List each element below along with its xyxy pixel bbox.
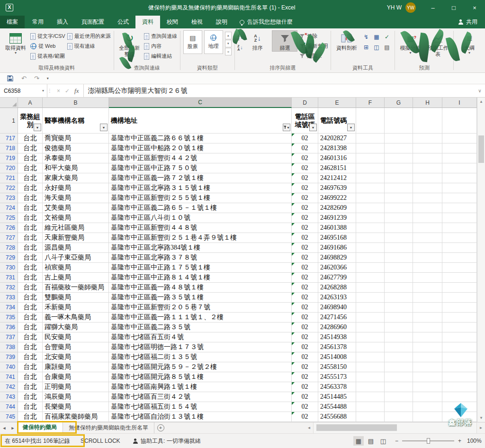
cell-empty[interactable]	[356, 392, 385, 402]
tab-help[interactable]: 說明	[209, 16, 234, 28]
cell-empty[interactable]	[413, 382, 442, 392]
cell-business-group[interactable]: 台北	[18, 134, 43, 143]
cell-business-group[interactable]: 台北	[18, 153, 43, 163]
cell-empty[interactable]	[385, 382, 413, 392]
cell-phone[interactable]: 24627799	[318, 273, 356, 283]
cell-area-code[interactable]: 02	[292, 213, 318, 223]
data-validation-button[interactable]: ✓	[382, 32, 392, 42]
cell-pharmacy-name[interactable]: 維元社區藥局	[43, 223, 109, 233]
flash-fill-button[interactable]: ↯	[361, 32, 371, 42]
cell-empty[interactable]	[356, 213, 385, 223]
cell-empty[interactable]	[356, 402, 385, 412]
horizontal-scroll-track[interactable]	[313, 422, 477, 433]
forecast-sheet-button[interactable]: 預測工作表	[425, 30, 450, 58]
cell-area-code[interactable]: 02	[292, 193, 318, 203]
cell-area-code[interactable]: 02	[292, 163, 318, 173]
zoom-in-button[interactable]: +	[458, 438, 461, 444]
cell-empty[interactable]	[385, 323, 413, 332]
cell-empty[interactable]	[413, 332, 442, 342]
cell-address[interactable]: 基隆市中正區中正路７５０號	[109, 163, 292, 173]
cell-business-group[interactable]: 台北	[18, 382, 43, 392]
cell-business-group[interactable]: 台北	[18, 293, 43, 303]
cell-empty[interactable]	[385, 183, 413, 193]
tab-page-layout[interactable]: 頁面配置	[75, 16, 111, 28]
cell-empty[interactable]	[442, 163, 477, 173]
cell-empty[interactable]	[356, 293, 385, 303]
cell-business-group[interactable]: 台北	[18, 213, 43, 223]
cell-empty[interactable]	[385, 108, 413, 134]
cell-area-code[interactable]: 02	[292, 352, 318, 362]
cell-phone[interactable]: 24563378	[318, 382, 356, 392]
cell-phone[interactable]: 24202827	[318, 134, 356, 143]
row-number[interactable]: 736	[0, 323, 18, 332]
cell-empty[interactable]	[413, 203, 442, 213]
filter-dropdown-button[interactable]: ▼	[100, 124, 108, 131]
cell-phone[interactable]: 24628151	[318, 163, 356, 173]
cell-business-group[interactable]: 台北	[18, 173, 43, 183]
row-number[interactable]: 717	[0, 134, 18, 143]
cell-pharmacy-name[interactable]: 天康新豐藥局	[43, 233, 109, 243]
cell-phone[interactable]: 24263193	[318, 293, 356, 303]
cell-empty[interactable]	[413, 263, 442, 273]
cell-address[interactable]: 基隆市中正區新豐街２５１巷４弄９號１樓	[109, 233, 292, 243]
row-number[interactable]: 723	[0, 193, 18, 203]
cell-pharmacy-name[interactable]: 禾新藥局	[43, 303, 109, 313]
cell-empty[interactable]	[413, 153, 442, 163]
cell-empty[interactable]	[385, 253, 413, 263]
cell-empty[interactable]	[356, 143, 385, 153]
row-number[interactable]: 724	[0, 203, 18, 213]
tab-insert[interactable]: 插入	[50, 16, 75, 28]
cell-empty[interactable]	[385, 362, 413, 372]
cell-empty[interactable]	[356, 342, 385, 352]
row-number[interactable]: 731	[0, 273, 18, 283]
cell-empty[interactable]	[413, 273, 442, 283]
cell-business-group[interactable]: 台北	[18, 313, 43, 323]
cell-empty[interactable]	[356, 233, 385, 243]
cell-empty[interactable]	[385, 412, 413, 422]
cell-empty[interactable]	[356, 193, 385, 203]
cell-area-code[interactable]: 02	[292, 134, 318, 143]
share-button[interactable]: 共用	[450, 16, 485, 28]
cell-phone[interactable]: 24558150	[318, 362, 356, 372]
cell-pharmacy-name[interactable]: 義一啄木鳥藥局	[43, 313, 109, 323]
cell-area-code[interactable]: 02	[292, 392, 318, 402]
cell-empty[interactable]	[385, 293, 413, 303]
tell-me-box[interactable]: 告訴我您想做什麼	[234, 16, 298, 28]
cell-business-group[interactable]: 台北	[18, 163, 43, 173]
page-layout-view-button[interactable]: ▤	[366, 436, 376, 446]
relationships-button[interactable]: ◫	[372, 43, 381, 52]
cell-address[interactable]: 基隆市中正區北寧路３１５號１樓	[109, 183, 292, 193]
cell-address[interactable]: 基隆市中正區義二路６６號１樓	[109, 134, 292, 143]
clear-filter-button[interactable]: × 清除	[299, 32, 328, 41]
cell-empty[interactable]	[356, 303, 385, 313]
cell-empty[interactable]	[356, 223, 385, 233]
cell-address[interactable]: 基隆市七堵區明德一路１７３號	[109, 342, 292, 352]
cell-area-code[interactable]: 02	[292, 243, 318, 253]
tab-view[interactable]: 檢視	[185, 16, 209, 28]
row-number[interactable]: 728	[0, 243, 18, 253]
cell-empty[interactable]	[385, 193, 413, 203]
cell-area-code[interactable]: 02	[292, 183, 318, 193]
cell-pharmacy-name[interactable]: 鴻辰藥局	[43, 392, 109, 402]
cell-empty[interactable]	[442, 362, 477, 372]
cell-business-group[interactable]: 台北	[18, 412, 43, 422]
cell-empty[interactable]	[413, 143, 442, 153]
cell-empty[interactable]	[356, 313, 385, 323]
cell-empty[interactable]	[356, 153, 385, 163]
from-text-csv-button[interactable]: 從文字/CSV	[30, 32, 65, 41]
cell-phone[interactable]: 24691686	[318, 243, 356, 253]
cell-pharmacy-name[interactable]: 承泰藥局	[43, 153, 109, 163]
cell-business-group[interactable]: 台北	[18, 323, 43, 332]
cell-empty[interactable]	[413, 193, 442, 203]
cell-pharmacy-name[interactable]: 艾美藥局	[43, 203, 109, 213]
cell-empty[interactable]	[442, 293, 477, 303]
cell-area-code[interactable]: 02	[292, 223, 318, 233]
insert-function-button[interactable]: fx	[74, 87, 79, 95]
cell-business-group[interactable]: 台北	[18, 183, 43, 193]
remove-duplicates-button[interactable]: ▦	[372, 32, 381, 42]
undo-button[interactable]: ↶	[21, 75, 27, 82]
filter-button[interactable]: 篩選	[272, 30, 297, 52]
row-number[interactable]: 726	[0, 223, 18, 233]
sort-button[interactable]: AZ↓ 排序	[244, 30, 270, 52]
cell-phone[interactable]: 24698829	[318, 253, 356, 263]
